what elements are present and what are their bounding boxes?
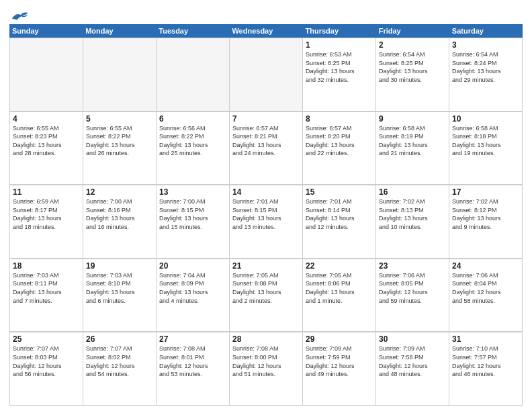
cell-info: Sunrise: 6:54 AM Sunset: 8:25 PM Dayligh… xyxy=(379,50,446,84)
header-day-thursday: Thursday xyxy=(303,24,376,38)
cell-info: Sunrise: 6:58 AM Sunset: 8:19 PM Dayligh… xyxy=(379,124,446,158)
calendar-cell-day-31: 31Sunrise: 7:10 AM Sunset: 7:57 PM Dayli… xyxy=(449,332,523,406)
cell-info: Sunrise: 7:02 AM Sunset: 8:12 PM Dayligh… xyxy=(452,197,519,231)
day-number: 15 xyxy=(306,187,373,197)
calendar-cell-day-7: 7Sunrise: 6:57 AM Sunset: 8:21 PM Daylig… xyxy=(230,112,303,185)
day-number: 24 xyxy=(452,261,519,271)
calendar-cell-day-16: 16Sunrise: 7:02 AM Sunset: 8:13 PM Dayli… xyxy=(376,185,449,259)
cell-info: Sunrise: 7:06 AM Sunset: 8:04 PM Dayligh… xyxy=(452,271,519,305)
calendar-week-4: 18Sunrise: 7:03 AM Sunset: 8:11 PM Dayli… xyxy=(9,259,523,332)
calendar-cell-day-14: 14Sunrise: 7:01 AM Sunset: 8:15 PM Dayli… xyxy=(230,185,303,259)
cell-info: Sunrise: 7:08 AM Sunset: 8:00 PM Dayligh… xyxy=(232,345,300,378)
cell-info: Sunrise: 7:02 AM Sunset: 8:13 PM Dayligh… xyxy=(379,197,446,231)
cell-info: Sunrise: 6:53 AM Sunset: 8:25 PM Dayligh… xyxy=(306,50,373,84)
calendar-body: 1Sunrise: 6:53 AM Sunset: 8:25 PM Daylig… xyxy=(9,38,523,406)
cell-info: Sunrise: 7:07 AM Sunset: 8:02 PM Dayligh… xyxy=(86,345,153,378)
cell-info: Sunrise: 6:59 AM Sunset: 8:17 PM Dayligh… xyxy=(13,197,80,231)
calendar-cell-day-21: 21Sunrise: 7:05 AM Sunset: 8:08 PM Dayli… xyxy=(230,259,303,332)
day-number: 7 xyxy=(232,114,300,124)
calendar-cell-empty xyxy=(10,38,83,111)
cell-info: Sunrise: 6:55 AM Sunset: 8:23 PM Dayligh… xyxy=(13,124,80,158)
day-number: 31 xyxy=(452,334,519,344)
day-number: 30 xyxy=(379,334,446,344)
day-number: 14 xyxy=(232,187,300,197)
calendar-cell-day-15: 15Sunrise: 7:01 AM Sunset: 8:14 PM Dayli… xyxy=(303,185,376,259)
calendar-cell-day-24: 24Sunrise: 7:06 AM Sunset: 8:04 PM Dayli… xyxy=(449,259,523,332)
calendar-cell-day-20: 20Sunrise: 7:04 AM Sunset: 8:09 PM Dayli… xyxy=(157,259,230,332)
calendar-cell-day-13: 13Sunrise: 7:00 AM Sunset: 8:15 PM Dayli… xyxy=(157,185,230,259)
calendar-cell-day-30: 30Sunrise: 7:09 AM Sunset: 7:58 PM Dayli… xyxy=(376,332,449,406)
day-number: 25 xyxy=(13,334,80,344)
day-number: 22 xyxy=(306,261,373,271)
cell-info: Sunrise: 7:04 AM Sunset: 8:09 PM Dayligh… xyxy=(159,271,226,305)
header-day-monday: Monday xyxy=(83,24,156,38)
logo-bird-icon xyxy=(11,9,30,23)
day-number: 20 xyxy=(159,261,226,271)
calendar-cell-empty xyxy=(83,38,157,111)
day-number: 8 xyxy=(306,114,373,124)
header-day-tuesday: Tuesday xyxy=(156,24,229,38)
day-number: 3 xyxy=(452,40,519,50)
calendar-cell-day-1: 1Sunrise: 6:53 AM Sunset: 8:25 PM Daylig… xyxy=(303,38,376,111)
day-number: 6 xyxy=(159,114,226,124)
day-number: 19 xyxy=(86,261,153,271)
cell-info: Sunrise: 7:06 AM Sunset: 8:05 PM Dayligh… xyxy=(379,271,446,305)
calendar-cell-empty xyxy=(230,38,303,111)
header xyxy=(9,7,523,21)
day-number: 16 xyxy=(379,187,446,197)
day-number: 26 xyxy=(86,334,153,344)
calendar-cell-day-23: 23Sunrise: 7:06 AM Sunset: 8:05 PM Dayli… xyxy=(376,259,449,332)
calendar-cell-day-26: 26Sunrise: 7:07 AM Sunset: 8:02 PM Dayli… xyxy=(83,332,157,406)
cell-info: Sunrise: 6:57 AM Sunset: 8:20 PM Dayligh… xyxy=(306,124,373,158)
calendar-cell-day-22: 22Sunrise: 7:05 AM Sunset: 8:06 PM Dayli… xyxy=(303,259,376,332)
calendar-cell-day-27: 27Sunrise: 7:08 AM Sunset: 8:01 PM Dayli… xyxy=(157,332,230,406)
calendar-week-2: 4Sunrise: 6:55 AM Sunset: 8:23 PM Daylig… xyxy=(9,111,523,185)
day-number: 10 xyxy=(452,114,519,124)
calendar-cell-day-18: 18Sunrise: 7:03 AM Sunset: 8:11 PM Dayli… xyxy=(10,259,83,332)
cell-info: Sunrise: 6:56 AM Sunset: 8:22 PM Dayligh… xyxy=(159,124,226,158)
cell-info: Sunrise: 7:01 AM Sunset: 8:15 PM Dayligh… xyxy=(232,197,300,231)
cell-info: Sunrise: 7:00 AM Sunset: 8:16 PM Dayligh… xyxy=(86,197,153,231)
calendar-cell-day-19: 19Sunrise: 7:03 AM Sunset: 8:10 PM Dayli… xyxy=(83,259,157,332)
header-day-saturday: Saturday xyxy=(449,24,523,38)
page: SundayMondayTuesdayWednesdayThursdayFrid… xyxy=(0,0,532,411)
header-day-wednesday: Wednesday xyxy=(229,24,302,38)
cell-info: Sunrise: 7:05 AM Sunset: 8:06 PM Dayligh… xyxy=(306,271,373,305)
day-number: 28 xyxy=(232,334,300,344)
day-number: 12 xyxy=(86,187,153,197)
cell-info: Sunrise: 7:03 AM Sunset: 8:10 PM Dayligh… xyxy=(86,271,153,305)
cell-info: Sunrise: 7:00 AM Sunset: 8:15 PM Dayligh… xyxy=(159,197,226,231)
calendar-week-1: 1Sunrise: 6:53 AM Sunset: 8:25 PM Daylig… xyxy=(9,38,523,111)
calendar-cell-day-2: 2Sunrise: 6:54 AM Sunset: 8:25 PM Daylig… xyxy=(376,38,449,111)
calendar-cell-day-9: 9Sunrise: 6:58 AM Sunset: 8:19 PM Daylig… xyxy=(376,112,449,185)
cell-info: Sunrise: 7:05 AM Sunset: 8:08 PM Dayligh… xyxy=(232,271,300,305)
day-number: 4 xyxy=(13,114,80,124)
day-number: 21 xyxy=(232,261,300,271)
day-number: 27 xyxy=(159,334,226,344)
cell-info: Sunrise: 7:09 AM Sunset: 7:59 PM Dayligh… xyxy=(306,345,373,378)
calendar-cell-day-17: 17Sunrise: 7:02 AM Sunset: 8:12 PM Dayli… xyxy=(449,185,523,259)
cell-info: Sunrise: 6:57 AM Sunset: 8:21 PM Dayligh… xyxy=(232,124,300,158)
day-number: 9 xyxy=(379,114,446,124)
day-number: 13 xyxy=(159,187,226,197)
cell-info: Sunrise: 6:55 AM Sunset: 8:22 PM Dayligh… xyxy=(86,124,153,158)
day-number: 5 xyxy=(86,114,153,124)
cell-info: Sunrise: 7:08 AM Sunset: 8:01 PM Dayligh… xyxy=(159,345,226,378)
calendar-cell-day-3: 3Sunrise: 6:54 AM Sunset: 8:24 PM Daylig… xyxy=(449,38,523,111)
calendar-cell-day-25: 25Sunrise: 7:07 AM Sunset: 8:03 PM Dayli… xyxy=(10,332,83,406)
calendar-cell-day-10: 10Sunrise: 6:58 AM Sunset: 8:18 PM Dayli… xyxy=(449,112,523,185)
logo xyxy=(9,9,30,21)
header-day-sunday: Sunday xyxy=(9,24,83,38)
calendar-cell-day-28: 28Sunrise: 7:08 AM Sunset: 8:00 PM Dayli… xyxy=(230,332,303,406)
calendar-cell-empty xyxy=(157,38,230,111)
calendar-header: SundayMondayTuesdayWednesdayThursdayFrid… xyxy=(9,24,523,38)
calendar-cell-day-12: 12Sunrise: 7:00 AM Sunset: 8:16 PM Dayli… xyxy=(83,185,157,259)
cell-info: Sunrise: 6:58 AM Sunset: 8:18 PM Dayligh… xyxy=(452,124,519,158)
cell-info: Sunrise: 7:01 AM Sunset: 8:14 PM Dayligh… xyxy=(306,197,373,231)
calendar: SundayMondayTuesdayWednesdayThursdayFrid… xyxy=(9,24,523,406)
cell-info: Sunrise: 6:54 AM Sunset: 8:24 PM Dayligh… xyxy=(452,50,519,84)
day-number: 11 xyxy=(13,187,80,197)
calendar-week-5: 25Sunrise: 7:07 AM Sunset: 8:03 PM Dayli… xyxy=(9,332,523,406)
cell-info: Sunrise: 7:10 AM Sunset: 7:57 PM Dayligh… xyxy=(452,345,519,378)
header-day-friday: Friday xyxy=(376,24,449,38)
